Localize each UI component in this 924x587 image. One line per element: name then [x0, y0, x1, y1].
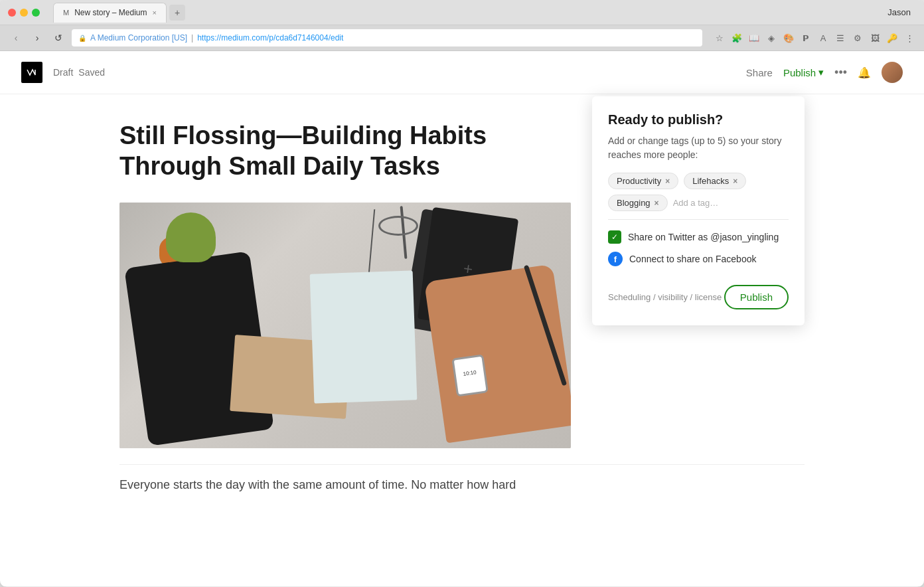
plant-object [166, 212, 216, 262]
panel-description: Add or change tags (up to 5) so your sto… [608, 134, 789, 162]
pinterest-icon[interactable]: 𝗣 [799, 31, 812, 44]
maximize-button[interactable] [32, 9, 40, 17]
browser-window: M New story – Medium × + Jason ‹ › ↺ 🔒 A… [0, 0, 924, 587]
tag-blogging-remove[interactable]: × [654, 199, 659, 208]
security2-icon[interactable]: 🔑 [886, 31, 899, 44]
bookmark-icon[interactable]: ☆ [713, 31, 726, 44]
screenshot-icon[interactable]: 🖼 [868, 31, 882, 44]
notifications-bell-icon[interactable]: 🔔 [858, 66, 871, 79]
facebook-icon[interactable]: f [608, 252, 623, 266]
article-preview-text: Everyone starts the day with the same am… [119, 464, 805, 495]
twitter-checkbox[interactable]: ✓ [608, 230, 621, 244]
settings-icon[interactable]: ⚙ [851, 31, 864, 44]
color-icon[interactable]: 🎨 [782, 31, 795, 44]
social-options: ✓ Share on Twitter as @jason_yingling f … [608, 230, 789, 266]
desk-scene: + 10:10 [119, 203, 571, 448]
tags-row-2: Blogging × [608, 195, 789, 211]
article-title[interactable]: Still Flossing—Building Habits Through S… [119, 121, 571, 181]
tab-favicon: M [63, 9, 69, 17]
title-bar: M New story – Medium × + Jason [0, 0, 924, 25]
hand-object: 10:10 [424, 264, 571, 444]
extensions-icon[interactable]: 🧩 [730, 31, 743, 44]
tag-lifehacks-remove[interactable]: × [733, 177, 737, 186]
panel-title: Ready to publish? [608, 112, 789, 127]
tab-bar: M New story – Medium × + [53, 3, 882, 23]
avatar[interactable] [882, 62, 903, 83]
browser-tab[interactable]: M New story – Medium × [53, 3, 167, 23]
facebook-label: Connect to share on Facebook [629, 254, 756, 264]
tag-productivity[interactable]: Productivity × [608, 173, 678, 189]
tag-blogging-label: Blogging [617, 198, 651, 208]
address-url: https://medium.com/p/cda6d7146004/edit [197, 33, 343, 42]
address-bar: ‹ › ↺ 🔒 A Medium Corporation [US] | http… [0, 25, 924, 51]
more-button[interactable]: ••• [834, 66, 847, 80]
article-image: + 10:10 [119, 203, 571, 448]
toolbar-icons: ☆ 🧩 📖 ◈ 🎨 𝗣 A ☰ ⚙ 🖼 🔑 ⋮ [713, 31, 916, 44]
tab-title: New story – Medium [74, 8, 147, 17]
traffic-lights [8, 9, 40, 17]
scheduling-link[interactable]: Scheduling / visibility / license [608, 292, 722, 302]
translate-icon[interactable]: A [816, 31, 830, 44]
watch-object: 10:10 [451, 355, 489, 397]
publish-panel: Ready to publish? Add or change tags (up… [592, 96, 805, 325]
pocket-icon[interactable]: 📖 [747, 31, 761, 44]
publish-button[interactable]: Publish ▾ [783, 66, 824, 78]
forward-button[interactable]: › [29, 33, 45, 43]
tab-close-button[interactable]: × [153, 9, 157, 17]
site-label: A Medium Corporation [US] [90, 33, 187, 42]
new-tab-button[interactable]: + [169, 5, 185, 21]
tag-productivity-label: Productivity [617, 176, 661, 186]
publish-label: Publish [783, 67, 816, 78]
tag-input[interactable] [673, 195, 739, 211]
tag-lifehacks-label: Lifehacks [692, 176, 729, 186]
saved-label: Saved [78, 67, 105, 78]
more-icon[interactable]: ⋮ [903, 31, 916, 44]
page-content: Draft Saved Share Publish ▾ ••• 🔔 Still … [0, 51, 924, 586]
twitter-label: Share on Twitter as @jason_yingling [628, 232, 779, 242]
security-icon: 🔒 [78, 35, 86, 42]
publish-action-button[interactable]: Publish [724, 285, 789, 309]
address-divider: | [191, 33, 193, 42]
glasses-lens-object [378, 216, 418, 236]
profile-name: Jason [887, 7, 916, 17]
address-input[interactable]: 🔒 A Medium Corporation [US] | https://me… [72, 29, 702, 46]
share-button[interactable]: Share [746, 67, 773, 78]
reader-icon[interactable]: ☰ [834, 31, 847, 44]
twitter-option: ✓ Share on Twitter as @jason_yingling [608, 230, 789, 244]
tags-container: Productivity × Lifehacks × [608, 173, 789, 189]
medium-header: Draft Saved Share Publish ▾ ••• 🔔 [0, 51, 924, 94]
draft-label: Draft [53, 67, 73, 78]
back-button[interactable]: ‹ [8, 33, 24, 43]
facebook-option: f Connect to share on Facebook [608, 252, 789, 266]
close-button[interactable] [8, 9, 16, 17]
panel-footer: Scheduling / visibility / license Publis… [608, 277, 789, 309]
buffer-icon[interactable]: ◈ [765, 31, 778, 44]
tag-blogging[interactable]: Blogging × [608, 195, 668, 211]
tag-productivity-remove[interactable]: × [665, 177, 670, 186]
medium-logo[interactable] [21, 62, 42, 83]
refresh-button[interactable]: ↺ [50, 33, 66, 43]
publish-chevron-icon: ▾ [818, 66, 824, 78]
divider [608, 219, 789, 220]
header-right: Share Publish ▾ ••• 🔔 [746, 62, 903, 83]
tag-lifehacks[interactable]: Lifehacks × [684, 173, 746, 189]
minimize-button[interactable] [20, 9, 28, 17]
card-object [310, 271, 418, 404]
